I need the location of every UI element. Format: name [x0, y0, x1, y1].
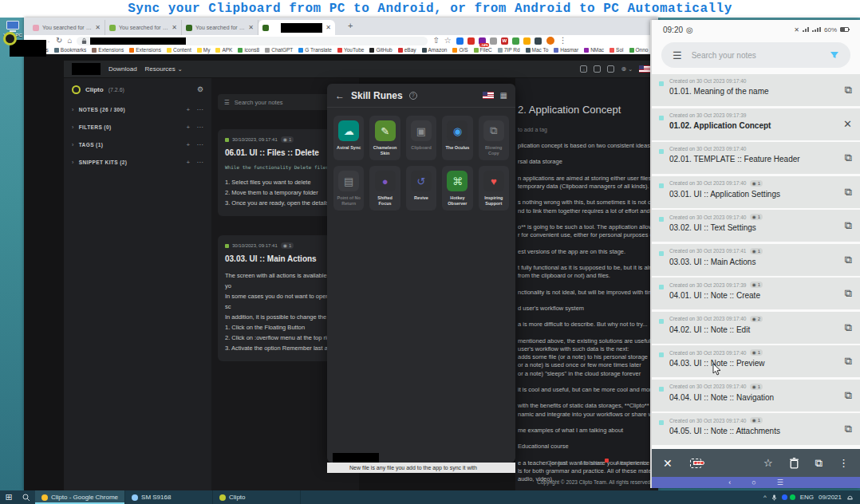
- phone-note-item[interactable]: Created on 30 Oct 2023 09:17:40 ◉ 1 03.0…: [652, 176, 860, 208]
- tab-close-icon[interactable]: ✕: [95, 24, 101, 31]
- note-action-icon[interactable]: ⧉: [845, 152, 852, 164]
- skill-rune-card[interactable]: ● Shifted Focus: [369, 166, 400, 211]
- phone-note-item[interactable]: Created on 30 Oct 2023 09:17:39 01.02. A…: [652, 108, 860, 140]
- bookmark-item[interactable]: Sol: [609, 47, 623, 53]
- phone-note-item[interactable]: Created on 30 Oct 2023 09:17:40 02.01. T…: [652, 142, 860, 174]
- clipto-desktop-icon[interactable]: [3, 32, 17, 45]
- trash-icon[interactable]: [789, 457, 799, 469]
- bookmark-item[interactable]: 7IP Rd: [498, 47, 520, 53]
- taskbar-task[interactable]: Clipto - Google Chrome: [35, 490, 125, 504]
- tray-app-icon[interactable]: [782, 494, 787, 500]
- more-icon[interactable]: ⋯: [197, 141, 203, 148]
- detail-tab[interactable]: Attachments: [616, 460, 647, 466]
- taskbar-search-icon[interactable]: [18, 494, 35, 502]
- bookmark-item[interactable]: APK: [215, 47, 232, 53]
- browser-tab[interactable]: You searched for Pushbullet - N ✕: [29, 20, 105, 35]
- nav-recents-icon[interactable]: ☰: [777, 478, 783, 486]
- phone-note-item[interactable]: Created on 30 Oct 2023 09:17:40 ◉ 2 04.0…: [652, 312, 860, 344]
- browser-tab[interactable]: You searched for Pushbullet - P ✕: [182, 20, 258, 35]
- grid-view-icon[interactable]: ▦: [500, 91, 507, 100]
- note-action-icon[interactable]: ⧉: [845, 219, 852, 232]
- more-icon[interactable]: ⋯: [197, 106, 203, 113]
- tab-close-icon[interactable]: ✕: [172, 24, 177, 31]
- extension-icon[interactable]: [523, 37, 531, 45]
- extension-icon[interactable]: [512, 37, 519, 45]
- bookmark-item[interactable]: G Translate: [298, 47, 332, 53]
- us-flag-icon[interactable]: [639, 65, 650, 73]
- browser-tab[interactable]: ✕: [258, 20, 335, 35]
- detail-tab[interactable]: General: [547, 460, 567, 466]
- chevron-right-icon[interactable]: ›: [72, 107, 74, 112]
- nav-resources[interactable]: Resources ⌄: [145, 65, 183, 73]
- skill-rune-card[interactable]: ☁ Astral Sync: [333, 116, 364, 160]
- phone-note-item[interactable]: Created on 30 Oct 2023 09:17:40 ◉ 1 04.0…: [652, 380, 860, 411]
- add-icon[interactable]: +: [187, 124, 191, 131]
- bookmark-item[interactable]: Content: [167, 47, 191, 53]
- add-icon[interactable]: +: [187, 159, 191, 166]
- back-arrow-icon[interactable]: ←: [335, 90, 345, 101]
- bookmark-item[interactable]: Onno: [629, 47, 649, 53]
- phone-note-item[interactable]: Created on 30 Oct 2023 09:17:39 ◉ 1 04.0…: [652, 278, 860, 309]
- note-action-icon[interactable]: ⧉: [845, 355, 852, 368]
- bookmark-item[interactable]: Bookmarks: [54, 47, 87, 53]
- bookmark-item[interactable]: NMac: [584, 47, 604, 53]
- more-icon[interactable]: ⋯: [197, 124, 203, 131]
- phone-note-item[interactable]: Created on 30 Oct 2023 09:17:40 ◉ 1 04.0…: [652, 413, 860, 445]
- note-action-icon[interactable]: ✕: [843, 118, 852, 130]
- bookmark-item[interactable]: ChatGPT: [265, 47, 293, 53]
- menu-icon[interactable]: ☰: [673, 49, 682, 61]
- language-menu[interactable]: ⊕ ⌄: [621, 65, 633, 73]
- bookmark-item[interactable]: Amazon: [422, 47, 448, 53]
- share-icon[interactable]: ⇧: [432, 37, 439, 45]
- phone-note-item[interactable]: Created on 30 Oct 2023 09:17:40 ◉ 1 03.0…: [652, 210, 860, 242]
- extension-icon[interactable]: -14%: [479, 37, 486, 45]
- mac-build-icon[interactable]: [607, 65, 614, 73]
- note-action-icon[interactable]: ⧉: [845, 254, 852, 266]
- taskbar-task[interactable]: Clipto: [213, 490, 301, 504]
- close-selection-icon[interactable]: ✕: [663, 457, 673, 470]
- chevron-right-icon[interactable]: ›: [72, 159, 74, 165]
- detail-tab[interactable]: Attributes: [580, 460, 604, 466]
- profile-avatar[interactable]: [546, 37, 554, 45]
- note-action-icon[interactable]: ⧉: [845, 423, 852, 435]
- bookmark-item[interactable]: GitHub: [369, 47, 392, 53]
- extension-icon[interactable]: [535, 37, 542, 45]
- browser-tab[interactable]: You searched for Pushbullet - I ✕: [105, 20, 182, 35]
- bookmark-item[interactable]: Extensions: [92, 47, 124, 53]
- browser-menu-icon[interactable]: ⋮: [559, 37, 567, 45]
- skill-rune-card[interactable]: ⧉ Blowing Copy: [479, 116, 509, 160]
- note-action-icon[interactable]: ⧉: [845, 287, 852, 300]
- skill-rune-card[interactable]: ▤ Point of No Return: [333, 166, 364, 211]
- windows-build-icon[interactable]: [594, 65, 601, 73]
- chevron-right-icon[interactable]: ›: [72, 142, 74, 148]
- bookmark-star-icon[interactable]: ☆: [444, 37, 452, 45]
- help-icon[interactable]: ?: [409, 92, 417, 100]
- overflow-menu-icon[interactable]: ⋮: [838, 457, 849, 469]
- extension-icon[interactable]: [490, 37, 497, 45]
- sidebar-section[interactable]: › TAGS (1) + ⋯: [64, 136, 211, 153]
- note-action-icon[interactable]: ⧉: [845, 186, 852, 199]
- phone-note-item[interactable]: Created on 30 Oct 2023 09:17:40 01.01. M…: [652, 74, 860, 106]
- bookmark-item[interactable]: Hasmar: [554, 47, 578, 53]
- new-tab-button[interactable]: +: [348, 21, 353, 30]
- extension-icon[interactable]: [467, 37, 475, 45]
- phone-note-item[interactable]: Created on 30 Oct 2023 09:17:40 ◉ 1 04.0…: [652, 345, 860, 377]
- tray-clock[interactable]: 09/2021: [819, 494, 842, 501]
- bookmark-item[interactable]: O/S: [452, 47, 467, 53]
- reload-icon[interactable]: ↻: [56, 37, 62, 45]
- note-action-icon[interactable]: ⧉: [845, 84, 852, 96]
- phone-search-bar[interactable]: ☰ Search your notes: [661, 42, 850, 68]
- start-button[interactable]: ⊞: [0, 492, 18, 502]
- nav-home-icon[interactable]: ○: [752, 478, 755, 486]
- nav-back-icon[interactable]: ‹: [728, 478, 731, 486]
- skill-rune-card[interactable]: ✎ Chameleon Skin: [369, 116, 400, 160]
- us-flag-icon[interactable]: [483, 92, 494, 99]
- note-action-icon[interactable]: ⧉: [845, 389, 852, 402]
- skill-rune-card[interactable]: ⌘ Hotkey Observer: [442, 166, 472, 211]
- filter-icon[interactable]: [830, 50, 839, 60]
- select-all-icon[interactable]: 13: [690, 459, 701, 468]
- sidebar-section[interactable]: › FILTERS (0) + ⋯: [64, 118, 211, 136]
- phone-note-item[interactable]: Created on 30 Oct 2023 09:17:41 ◉ 1 03.0…: [652, 244, 860, 276]
- tab-close-icon[interactable]: ✕: [248, 24, 254, 31]
- add-icon[interactable]: +: [187, 106, 191, 113]
